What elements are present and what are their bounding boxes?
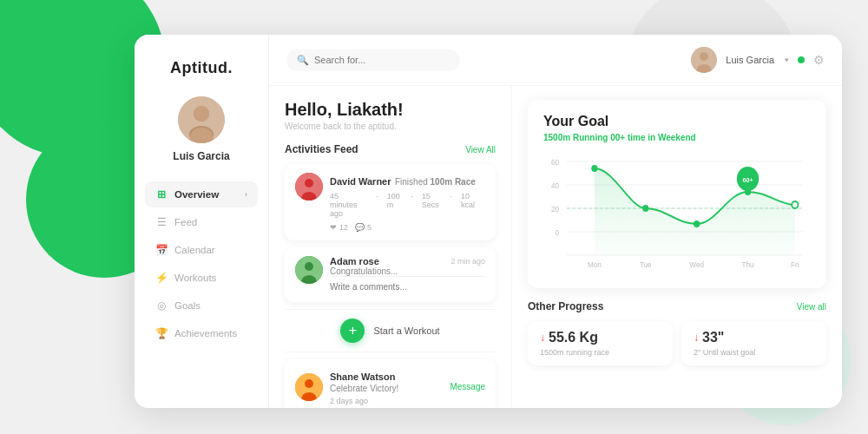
svg-text:60+: 60+ xyxy=(742,176,753,184)
feed-time-1: 45 minutes ago xyxy=(330,192,367,218)
sidebar-item-goals[interactable]: ◎ Goals xyxy=(145,293,258,319)
greeting-title: Hello, Liakath! xyxy=(285,100,496,120)
message-button[interactable]: Message xyxy=(450,382,485,391)
calendar-icon: 📅 xyxy=(155,244,168,256)
progress-cards: ↓ 55.6 Kg 1500m running race ↓ 33" 2" Un… xyxy=(528,321,826,365)
topbar-chevron-icon: ▾ xyxy=(785,56,789,64)
feed-meta-dist: 100 m xyxy=(387,192,403,218)
settings-icon[interactable]: ⚙ xyxy=(813,53,825,67)
main-content: 🔍 Luis Garcia ▾ ⚙ xyxy=(269,35,842,408)
feed-item-2: Adam rose 2 min ago Congratulations... xyxy=(285,247,496,302)
goal-distance: 1500m xyxy=(543,133,570,142)
feed-action-2: Congratulations... xyxy=(330,266,485,276)
svg-text:Thu: Thu xyxy=(742,260,754,269)
feed-item-3: Shane Watson Celebrate Victory! 2 days a… xyxy=(285,359,496,408)
nav-label-overview: Overview xyxy=(174,189,219,200)
sidebar-item-calendar[interactable]: 📅 Calendar xyxy=(145,237,258,263)
start-workout-row: + Start a Workout xyxy=(285,309,496,352)
topbar-avatar xyxy=(691,47,717,73)
sidebar-nav: ⊞ Overview › ☰ Feed 📅 Calendar ⚡ Workout… xyxy=(135,181,268,348)
sidebar-item-achievements[interactable]: 🏆 Achievements xyxy=(145,320,258,346)
feed-timestamp-2: 2 min ago xyxy=(450,257,485,266)
svg-text:20: 20 xyxy=(551,205,559,214)
nav-label-feed: Feed xyxy=(174,217,197,227)
dumbbell-icon: ⚡ xyxy=(155,272,168,284)
progress-arrow-2: ↓ xyxy=(694,332,699,344)
progress-label-2: 2" Until waist goal xyxy=(694,348,814,357)
svg-text:40: 40 xyxy=(551,181,559,190)
svg-text:Mon: Mon xyxy=(588,260,602,269)
sidebar-item-feed[interactable]: ☰ Feed xyxy=(145,209,258,235)
goal-card-subtitle: 1500m Running 00+ time in Weekend xyxy=(543,133,811,142)
feed-avatar-3 xyxy=(295,373,323,401)
feed-user-name-1: David Warner xyxy=(330,176,391,187)
start-workout-label: Start a Workout xyxy=(373,326,439,336)
feed-section-header: Activities Feed View All xyxy=(285,143,496,155)
sidebar-item-workouts[interactable]: ⚡ Workouts xyxy=(145,265,258,291)
other-progress-header: Other Progress View all xyxy=(528,300,826,312)
svg-point-28 xyxy=(792,201,798,208)
feed-reactions-1: ❤ 12 💬 5 xyxy=(330,223,478,232)
feed-item-2-header: Adam rose 2 min ago Congratulations... xyxy=(295,256,485,293)
svg-text:60: 60 xyxy=(551,158,559,167)
feed-user-name-3: Shane Watson xyxy=(330,372,395,382)
feed-info-1: David Warner Finished 100m Race 45 minut… xyxy=(330,173,478,232)
home-icon: ⊞ xyxy=(155,188,168,201)
svg-point-26 xyxy=(694,220,700,227)
search-bar[interactable]: 🔍 xyxy=(286,49,460,71)
feed-name-1: David Warner Finished 100m Race xyxy=(330,173,478,188)
online-indicator xyxy=(798,56,805,63)
comment-input[interactable] xyxy=(330,276,485,292)
goal-card: Your Goal 1500m Running 00+ time in Week… xyxy=(528,100,826,288)
svg-text:0: 0 xyxy=(556,228,560,237)
feed-item-3-content: Shane Watson Celebrate Victory! 2 days a… xyxy=(295,368,485,405)
other-progress-view-all[interactable]: View all xyxy=(797,302,826,312)
nav-label-goals: Goals xyxy=(174,300,201,311)
goal-subtitle-text: Running 00+ time in Weekend xyxy=(573,133,696,142)
svg-text:Tue: Tue xyxy=(640,260,652,269)
sidebar-item-overview[interactable]: ⊞ Overview › xyxy=(145,181,258,207)
progress-value-2: 33" xyxy=(702,330,724,345)
svg-point-24 xyxy=(591,165,597,172)
svg-point-7 xyxy=(305,179,313,187)
feed-avatar-1 xyxy=(295,173,323,201)
nav-chevron: › xyxy=(245,190,247,199)
sidebar-avatar xyxy=(178,96,225,143)
svg-point-25 xyxy=(642,205,648,212)
feed-action-3: Celebrate Victory! xyxy=(330,384,398,393)
feed-avatar-2 xyxy=(295,256,323,284)
feed-meta-time: 15 Secs xyxy=(422,192,442,218)
target-icon: ◎ xyxy=(155,299,168,312)
topbar: 🔍 Luis Garcia ▾ ⚙ xyxy=(269,35,842,86)
feed-column: Hello, Liakath! Welcome back to the apti… xyxy=(269,86,512,408)
feed-item-1-header: David Warner Finished 100m Race 45 minut… xyxy=(295,173,485,232)
svg-point-9 xyxy=(305,262,313,271)
feed-info-3: Shane Watson Celebrate Victory! 2 days a… xyxy=(330,368,398,405)
nav-label-calendar: Calendar xyxy=(174,245,215,255)
feed-user-name-2: Adam rose xyxy=(330,256,379,266)
app-window: Aptitud. Luis Garcia ⊞ Overview › ☰ Feed xyxy=(135,35,842,408)
feed-meta-cal: 10 kcal xyxy=(461,192,478,218)
app-logo: Aptitud. xyxy=(170,59,233,77)
feed-section-title: Activities Feed xyxy=(285,143,358,155)
svg-text:Wed: Wed xyxy=(689,260,704,269)
search-input[interactable] xyxy=(314,55,450,65)
feed-meta-3: 2 days ago xyxy=(330,397,398,405)
progress-arrow-1: ↓ xyxy=(540,332,545,344)
goal-card-title: Your Goal xyxy=(543,114,811,129)
feed-time-3: 2 days ago xyxy=(330,397,368,405)
nav-label-achievements: Achievements xyxy=(174,328,237,339)
greeting-subtitle: Welcome back to the aptitud. xyxy=(285,122,496,131)
feed-view-all[interactable]: View All xyxy=(465,145,496,155)
comment-button[interactable]: 💬 5 xyxy=(355,223,372,232)
svg-text:Fri: Fri xyxy=(791,260,799,269)
feed-icon: ☰ xyxy=(155,216,168,228)
start-workout-fab[interactable]: + xyxy=(340,319,365,343)
like-button[interactable]: ❤ 12 xyxy=(330,223,348,232)
content-area: Hello, Liakath! Welcome back to the apti… xyxy=(269,86,842,408)
feed-item-3-left: Shane Watson Celebrate Victory! 2 days a… xyxy=(295,368,398,405)
svg-point-5 xyxy=(700,52,708,61)
goal-chart: 60 40 20 0 xyxy=(543,153,811,274)
feed-item-1: David Warner Finished 100m Race 45 minut… xyxy=(285,164,496,240)
feed-action-1: Finished 100m Race xyxy=(395,177,476,187)
